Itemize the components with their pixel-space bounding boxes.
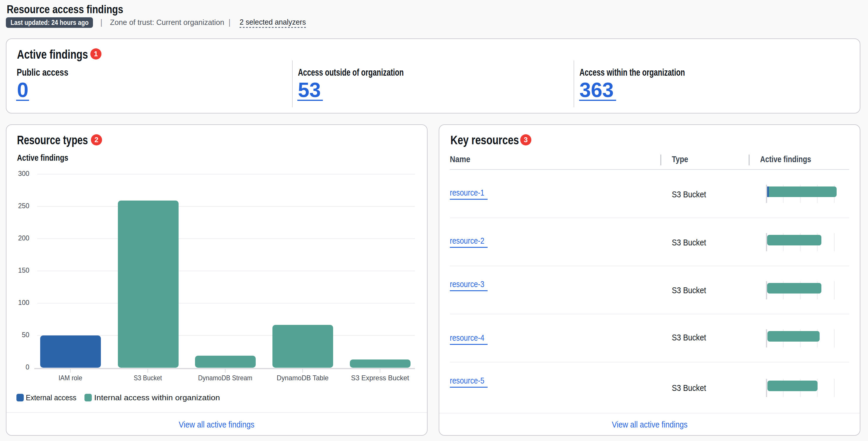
svg-text:0: 0 (26, 363, 29, 371)
svg-text:300: 300 (18, 170, 29, 178)
svg-text:S3 Bucket: S3 Bucket (134, 374, 162, 382)
svg-text:DynamoDB Table: DynamoDB Table (277, 374, 329, 382)
svg-text:DynamoDB Stream: DynamoDB Stream (198, 374, 252, 382)
svg-text:100: 100 (18, 299, 29, 307)
svg-text:S3 Express Bucket: S3 Express Bucket (351, 374, 409, 382)
svg-text:200: 200 (18, 234, 29, 242)
svg-text:IAM role: IAM role (59, 374, 83, 382)
svg-text:50: 50 (22, 331, 29, 339)
svg-text:250: 250 (18, 202, 29, 210)
svg-text:150: 150 (18, 266, 29, 274)
